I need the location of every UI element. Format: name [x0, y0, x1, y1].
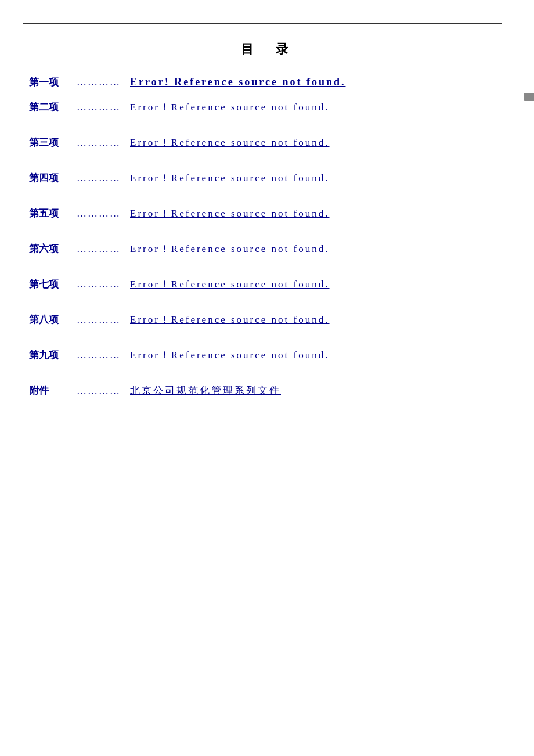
- toc-dots-1: …………: [77, 77, 123, 88]
- toc-row-4: 第四项 ………… Error！Reference source not foun…: [29, 171, 511, 185]
- toc-row-2: 第二项 ………… Error！Reference source not foun…: [29, 100, 511, 114]
- toc-row-appendix: 附件 ………… 北京公司规范化管理系列文件: [29, 384, 511, 397]
- toc-row-3: 第三项 ………… Error！Reference source not foun…: [29, 136, 511, 149]
- toc-link-3[interactable]: Error！Reference source not found.: [130, 136, 330, 149]
- toc-row-9: 第九项 ………… Error！Reference source not foun…: [29, 348, 511, 362]
- toc-row-7: 第七项 ………… Error！Reference source not foun…: [29, 278, 511, 291]
- toc-dots-9: …………: [77, 350, 123, 361]
- toc-label-3: 第三项: [29, 136, 70, 149]
- toc-label-1: 第一项: [29, 75, 70, 89]
- toc-row-8: 第八项 ………… Error！Reference source not foun…: [29, 313, 511, 326]
- side-tab-label: 目录: [525, 96, 533, 98]
- toc-dots-8: …………: [77, 314, 123, 326]
- toc-row-5: 第五项 ………… Error！Reference source not foun…: [29, 207, 511, 220]
- toc-dots-6: …………: [77, 243, 123, 255]
- toc-dots-2: …………: [77, 102, 123, 113]
- toc-label-2: 第二项: [29, 100, 70, 114]
- toc-link-appendix[interactable]: 北京公司规范化管理系列文件: [130, 384, 281, 397]
- toc-dots-4: …………: [77, 172, 123, 184]
- toc-dots-7: …………: [77, 279, 123, 290]
- toc-row-1: 第一项 ………… Error! Reference source not fou…: [29, 75, 511, 89]
- toc-link-6[interactable]: Error！Reference source not found.: [130, 242, 330, 255]
- top-border: [23, 23, 502, 24]
- toc-container: 第一项 ………… Error! Reference source not fou…: [0, 75, 534, 397]
- toc-label-appendix: 附件: [29, 384, 70, 397]
- toc-dots-5: …………: [77, 208, 123, 219]
- toc-link-7[interactable]: Error！Reference source not found.: [130, 278, 330, 291]
- toc-label-4: 第四项: [29, 171, 70, 185]
- toc-label-8: 第八项: [29, 313, 70, 326]
- toc-label-5: 第五项: [29, 207, 70, 220]
- toc-link-5[interactable]: Error！Reference source not found.: [130, 207, 330, 220]
- toc-label-6: 第六项: [29, 242, 70, 255]
- side-tab[interactable]: 目录: [524, 93, 534, 101]
- toc-link-4[interactable]: Error！Reference source not found.: [130, 171, 330, 185]
- toc-label-7: 第七项: [29, 278, 70, 291]
- toc-dots-appendix: …………: [77, 385, 123, 397]
- toc-link-2[interactable]: Error！Reference source not found.: [130, 100, 330, 114]
- toc-label-9: 第九项: [29, 348, 70, 362]
- page-title: 目 录: [0, 41, 534, 58]
- toc-link-9[interactable]: Error！Reference source not found.: [130, 348, 330, 362]
- toc-row-6: 第六项 ………… Error！Reference source not foun…: [29, 242, 511, 255]
- toc-link-8[interactable]: Error！Reference source not found.: [130, 313, 330, 326]
- toc-dots-3: …………: [77, 137, 123, 149]
- toc-link-1[interactable]: Error! Reference source not found.: [130, 76, 345, 88]
